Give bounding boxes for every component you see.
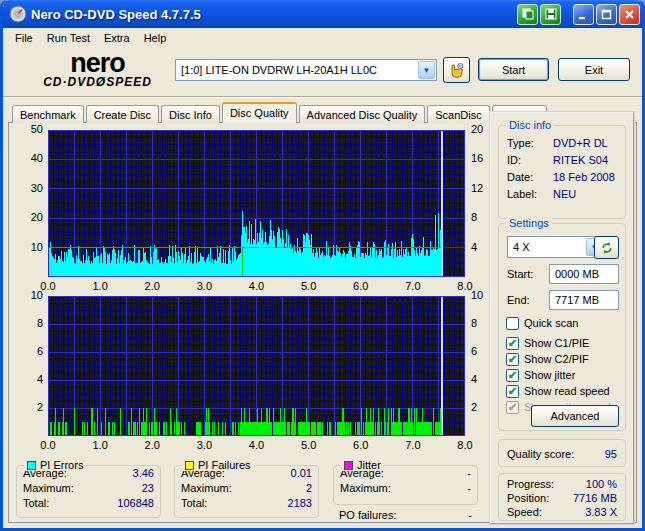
jitter-title: Jitter bbox=[357, 459, 381, 471]
hand-disc-icon bbox=[448, 62, 465, 79]
axis-tick-label: 10 bbox=[31, 289, 43, 301]
checkbox-label: Show C1/PIE bbox=[524, 337, 589, 349]
tab-disc-info[interactable]: Disc Info bbox=[161, 105, 220, 123]
axis-tick-label: 7.0 bbox=[402, 280, 424, 292]
stat-value: 23 bbox=[142, 481, 154, 496]
start-position-input[interactable] bbox=[549, 264, 619, 284]
menu-help[interactable]: Help bbox=[137, 30, 174, 46]
po-failures-label: PO failures: bbox=[339, 509, 396, 521]
tab-benchmark[interactable]: Benchmark bbox=[12, 105, 84, 123]
checkbox-label: Show read speed bbox=[524, 385, 610, 397]
stat-value: - bbox=[467, 481, 471, 496]
axis-tick-label: 6.0 bbox=[350, 280, 372, 292]
chevron-down-icon[interactable]: ▼ bbox=[418, 61, 435, 79]
checkbox-box[interactable]: ✔ bbox=[506, 385, 519, 398]
window-title: Nero CD-DVD Speed 4.7.7.5 bbox=[31, 7, 515, 22]
axis-tick-label: 3.0 bbox=[193, 280, 215, 292]
status-group: Progress:100 % Position:7716 MB Speed:3.… bbox=[498, 473, 626, 521]
tab-scandisc[interactable]: ScanDisc bbox=[427, 105, 489, 123]
axis-tick-label: 10 bbox=[471, 289, 483, 301]
copy-to-clipboard-button[interactable] bbox=[517, 4, 538, 25]
disc-info-value: 18 Feb 2008 bbox=[553, 169, 615, 186]
close-button[interactable] bbox=[619, 4, 640, 25]
refresh-icon bbox=[600, 241, 614, 255]
progress-label: Progress: bbox=[507, 477, 554, 491]
disc-info-value: NEU bbox=[553, 186, 576, 203]
menu-file[interactable]: File bbox=[8, 30, 40, 46]
pie-y-axis-left: 1020304050 bbox=[19, 130, 45, 277]
pi-failures-color-swatch bbox=[185, 461, 194, 470]
checkbox-box[interactable] bbox=[506, 317, 519, 330]
quality-score-label: Quality score: bbox=[507, 447, 574, 462]
axis-tick-label: 8.0 bbox=[454, 439, 476, 451]
nero-logo: nero CD·DVDØSPEED bbox=[20, 51, 175, 89]
axis-tick-label: 16 bbox=[471, 152, 483, 164]
save-button[interactable] bbox=[540, 4, 561, 25]
disc-info-title: Disc info bbox=[506, 119, 554, 131]
toolbar: nero CD·DVDØSPEED [1:0] LITE-ON DVDRW LH… bbox=[3, 48, 642, 97]
right-panel: Disc info Type:DVD+R DL ID:RITEK S04 Dat… bbox=[490, 112, 634, 524]
checkbox-box[interactable]: ✔ bbox=[506, 369, 519, 382]
menu-run-test[interactable]: Run Test bbox=[40, 30, 97, 46]
disc-info-label: Label: bbox=[507, 186, 553, 203]
axis-tick-label: 8 bbox=[471, 317, 477, 329]
axis-tick-label: 12 bbox=[471, 182, 483, 194]
minimize-button[interactable] bbox=[573, 4, 594, 25]
stat-value: 3.46 bbox=[133, 466, 154, 481]
app-icon bbox=[9, 5, 27, 23]
axis-tick-label: 2.0 bbox=[141, 280, 163, 292]
axis-tick-label: 20 bbox=[31, 211, 43, 223]
start-position-label: Start: bbox=[507, 268, 533, 280]
scan-speed-select[interactable]: 4 X ▼ bbox=[507, 236, 605, 258]
end-position-input[interactable] bbox=[549, 290, 619, 310]
settings-group: Settings 4 X ▼ Start: End: bbox=[498, 223, 626, 431]
jitter-color-swatch bbox=[344, 461, 353, 470]
tab-disc-quality[interactable]: Disc Quality bbox=[222, 102, 297, 123]
advanced-button[interactable]: Advanced bbox=[531, 405, 619, 427]
drive-selector[interactable]: [1:0] LITE-ON DVDRW LH-20A1H LL0C ▼ bbox=[175, 59, 437, 81]
pif-x-axis: 0.01.02.03.04.05.06.07.08.0 bbox=[48, 439, 465, 452]
speed-value: 3.83 X bbox=[585, 505, 617, 519]
title-bar[interactable]: Nero CD-DVD Speed 4.7.7.5 bbox=[0, 0, 645, 28]
quality-score-group: Quality score: 95 bbox=[498, 439, 626, 467]
floppy-disk-icon bbox=[545, 8, 557, 20]
minimize-icon bbox=[578, 9, 589, 20]
disc-info-label: ID: bbox=[507, 152, 553, 169]
maximize-button[interactable] bbox=[596, 4, 617, 25]
axis-tick-label: 5.0 bbox=[298, 280, 320, 292]
axis-tick-label: 1.0 bbox=[89, 280, 111, 292]
jitter-panel: Jitter Average:- Maximum:- bbox=[333, 465, 478, 505]
tab-create-disc[interactable]: Create Disc bbox=[86, 105, 159, 123]
axis-tick-label: 5.0 bbox=[298, 439, 320, 451]
position-value: 7716 MB bbox=[573, 491, 617, 505]
checkbox-show-read-speed[interactable]: ✔Show read speed bbox=[506, 384, 610, 398]
checkbox-show-jitter[interactable]: ✔Show jitter bbox=[506, 368, 575, 382]
stat-label: Maximum: bbox=[23, 481, 74, 496]
exit-button[interactable]: Exit bbox=[558, 58, 630, 81]
disc-info-value: RITEK S04 bbox=[553, 152, 608, 169]
tab-strip: Benchmark Create Disc Disc Info Disc Qua… bbox=[12, 103, 549, 123]
stat-value: 2183 bbox=[288, 496, 312, 511]
progress-value: 100 % bbox=[586, 477, 617, 491]
refresh-button[interactable] bbox=[594, 236, 619, 259]
axis-tick-label: 6 bbox=[37, 345, 43, 357]
pi-errors-panel: PI Errors Average:3.46 Maximum:23 Total:… bbox=[16, 465, 161, 518]
axis-tick-label: 50 bbox=[31, 123, 43, 135]
disc-info-label: Type: bbox=[507, 135, 553, 152]
axis-tick-label: 6.0 bbox=[350, 439, 372, 451]
axis-tick-label: 7.0 bbox=[402, 439, 424, 451]
checkbox-box[interactable]: ✔ bbox=[506, 353, 519, 366]
checkbox-quick-scan[interactable]: Quick scan bbox=[506, 316, 578, 330]
checkbox-box[interactable]: ✔ bbox=[506, 337, 519, 350]
speed-select-button[interactable] bbox=[443, 57, 470, 83]
menu-extra[interactable]: Extra bbox=[97, 30, 137, 46]
start-button[interactable]: Start bbox=[478, 58, 549, 81]
tab-advanced-disc-quality[interactable]: Advanced Disc Quality bbox=[299, 105, 426, 123]
po-failures-value: - bbox=[468, 509, 472, 521]
axis-tick-label: 2.0 bbox=[141, 439, 163, 451]
pi-errors-title: PI Errors bbox=[40, 459, 83, 471]
menu-bar: File Run Test Extra Help bbox=[3, 28, 642, 48]
axis-tick-label: 0.0 bbox=[37, 439, 59, 451]
checkbox-show-c2-pif[interactable]: ✔Show C2/PIF bbox=[506, 352, 589, 366]
checkbox-show-c1-pie[interactable]: ✔Show C1/PIE bbox=[506, 336, 589, 350]
